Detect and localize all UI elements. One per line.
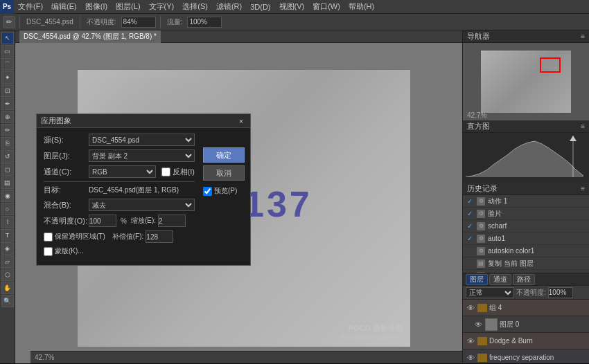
layer-name-0: 图层 0 bbox=[500, 320, 586, 329]
tool-clone[interactable]: ⎘ bbox=[1, 137, 14, 149]
menu-text[interactable]: 文字(Y) bbox=[145, 0, 179, 13]
navigator-panel-title: 导航器 bbox=[467, 31, 490, 42]
dialog-scale-input[interactable] bbox=[158, 215, 186, 227]
tool-pen[interactable]: ⌇ bbox=[1, 216, 14, 228]
navigator-content: 42.7% bbox=[463, 43, 589, 120]
histogram-panel-header: 直方图 ≡ bbox=[463, 120, 589, 133]
dialog-ok-button[interactable]: 确定 bbox=[203, 147, 245, 163]
layer-vis-freq[interactable]: 👁 bbox=[466, 353, 475, 363]
dialog-cancel-button[interactable]: 取消 bbox=[203, 165, 245, 181]
dialog-channel-select[interactable]: RGB bbox=[89, 165, 156, 178]
tool-eraser[interactable]: ◻ bbox=[1, 163, 14, 176]
layer-vis-group4[interactable]: 👁 bbox=[466, 303, 475, 313]
layers-tab-paths[interactable]: 路径 bbox=[513, 274, 535, 285]
navigator-panel: 导航器 ≡ 42.7% bbox=[463, 30, 589, 120]
history-content[interactable]: ✓ ⚙ 动作 1 ✓ ⚙ 脸片 ✓ ⚙ scharf ✓ ⚙ auto1 bbox=[463, 195, 589, 273]
tool-blur[interactable]: ◉ bbox=[1, 190, 14, 202]
layer-group-dodge[interactable]: 👁 Dodge & Burn bbox=[463, 333, 589, 349]
toolbar-flow-label: 流量: bbox=[165, 17, 185, 27]
dialog-preserve-checkbox[interactable] bbox=[44, 233, 53, 242]
histogram-menu-icon[interactable]: ≡ bbox=[581, 122, 585, 130]
menu-layer[interactable]: 图层(L) bbox=[112, 0, 144, 13]
menu-filter[interactable]: 滤镜(R) bbox=[212, 0, 246, 13]
layer-vis-0[interactable]: 👁 bbox=[473, 320, 483, 329]
menu-image[interactable]: 图像(I) bbox=[81, 0, 112, 13]
dialog-scale-label: 缩放(E): bbox=[131, 216, 156, 226]
layer-group-4[interactable]: 👁 组 4 bbox=[463, 300, 589, 316]
toolbar: ✏ DSC_4554.psd 不透明度: 流量: bbox=[0, 14, 589, 30]
history-panel-title: 历史记录 bbox=[467, 183, 498, 194]
zoom-value-text: 42.7% bbox=[35, 354, 54, 361]
history-item-0[interactable]: ✓ ⚙ 动作 1 bbox=[463, 195, 589, 208]
layers-section: 图层 通道 路径 正常 不透明度: 👁 组 4 bbox=[463, 273, 589, 363]
dialog-title: 应用图象 bbox=[41, 116, 71, 126]
toolbar-flow-input[interactable] bbox=[187, 17, 222, 28]
tool-heal[interactable]: ⊕ bbox=[1, 111, 14, 123]
tool-brush[interactable]: ✏ bbox=[3, 16, 15, 28]
menu-select[interactable]: 选择(S) bbox=[178, 0, 212, 13]
dialog-opacity-input[interactable] bbox=[89, 215, 116, 227]
tool-magic-wand[interactable]: ✦ bbox=[1, 71, 14, 84]
tool-shape[interactable]: ▱ bbox=[1, 255, 14, 268]
tool-crop[interactable]: ⊡ bbox=[1, 84, 14, 97]
layers-tab-channels[interactable]: 通道 bbox=[489, 274, 511, 285]
layers-opacity-input[interactable] bbox=[548, 287, 573, 298]
tool-move[interactable]: ↖ bbox=[1, 32, 14, 44]
navigator-menu-icon[interactable]: ≡ bbox=[581, 33, 585, 40]
dialog-invert-label: 反相(I) bbox=[173, 167, 195, 177]
layer-vis-dodge[interactable]: 👁 bbox=[466, 336, 475, 346]
dialog-buttons: 确定 取消 预览(P) bbox=[203, 147, 245, 196]
layers-blend-mode-select[interactable]: 正常 bbox=[466, 287, 514, 298]
tool-dodge[interactable]: ○ bbox=[1, 203, 14, 215]
history-item-5[interactable]: ✓ ▤ 复制 当前 图层 bbox=[463, 257, 589, 270]
navigator-panel-icons: ≡ bbox=[581, 33, 585, 40]
dialog-divider-1 bbox=[44, 181, 195, 182]
menu-view[interactable]: 视图(V) bbox=[275, 0, 309, 13]
navigator-image bbox=[481, 51, 571, 113]
dialog-mask-checkbox[interactable] bbox=[44, 247, 53, 256]
tool-gradient[interactable]: ▤ bbox=[1, 176, 14, 189]
tool-lasso[interactable]: ⌒ bbox=[1, 58, 14, 71]
dialog-blend-select[interactable]: 减去 bbox=[89, 199, 195, 211]
layers-content[interactable]: 👁 组 4 👁 图层 0 👁 Dodge & Burn bbox=[463, 300, 589, 363]
toolbar-file-label: DSC_4554.psd bbox=[24, 18, 76, 26]
menu-items: 文件(F) 编辑(E) 图像(I) 图层(L) 文字(Y) 选择(S) 滤镜(R… bbox=[14, 0, 378, 13]
tool-zoom[interactable]: 🔍 bbox=[1, 295, 14, 307]
menu-help[interactable]: 帮助(H) bbox=[344, 0, 378, 13]
history-item-6[interactable]: ✓ ▤ 复制 当前 图层 bbox=[463, 270, 589, 273]
tool-eyedropper[interactable]: ✒ bbox=[1, 98, 14, 110]
dialog-offset-input[interactable] bbox=[146, 230, 173, 243]
canvas-tab-active[interactable]: DSC_4554.psd @ 42.7% (图层 1, RGB/8) * bbox=[19, 30, 161, 43]
tool-selection[interactable]: ▭ bbox=[1, 45, 14, 57]
dialog-target-label: 目标: bbox=[44, 185, 89, 195]
layer-folder-freq bbox=[477, 354, 487, 362]
layer-thumb-0 bbox=[485, 318, 498, 331]
layer-folder-group4 bbox=[477, 304, 487, 312]
history-menu-icon[interactable]: ≡ bbox=[581, 185, 585, 192]
layer-item-0[interactable]: 👁 图层 0 bbox=[463, 316, 589, 333]
menu-edit[interactable]: 编辑(E) bbox=[47, 0, 81, 13]
tool-brush[interactable]: ✏ bbox=[1, 124, 14, 136]
tool-history-brush[interactable]: ↺ bbox=[1, 150, 14, 163]
tool-path-select[interactable]: ◈ bbox=[1, 242, 14, 255]
dialog-close-button[interactable]: × bbox=[236, 116, 246, 126]
tool-text[interactable]: T bbox=[1, 229, 14, 242]
menu-window[interactable]: 窗口(W) bbox=[308, 0, 344, 13]
menu-file[interactable]: 文件(F) bbox=[14, 0, 47, 13]
layers-tab-layers[interactable]: 图层 bbox=[466, 274, 488, 285]
toolbar-zoom-input[interactable] bbox=[121, 17, 156, 28]
history-item-4[interactable]: ✓ ⚙ autoskin color1 bbox=[463, 245, 589, 257]
dialog-source-select[interactable]: DSC_4554.psd bbox=[89, 134, 195, 146]
dialog-layer-select[interactable]: 背景 副本 2 bbox=[89, 149, 195, 162]
history-item-3[interactable]: ✓ ⚙ auto1 bbox=[463, 233, 589, 245]
history-item-1[interactable]: ✓ ⚙ 脸片 bbox=[463, 208, 589, 220]
layer-group-freq[interactable]: 👁 frequency separation bbox=[463, 349, 589, 363]
navigator-panel-header: 导航器 ≡ bbox=[463, 30, 589, 43]
dialog-channel-label: 通道(C): bbox=[44, 167, 89, 177]
menu-3d[interactable]: 3D(D) bbox=[246, 0, 274, 13]
tool-3d[interactable]: ⬡ bbox=[1, 269, 14, 281]
dialog-preview-checkbox[interactable] bbox=[203, 187, 212, 196]
dialog-invert-checkbox[interactable] bbox=[161, 167, 170, 176]
tool-hand[interactable]: ✋ bbox=[1, 282, 14, 294]
history-item-2[interactable]: ✓ ⚙ scharf bbox=[463, 220, 589, 233]
